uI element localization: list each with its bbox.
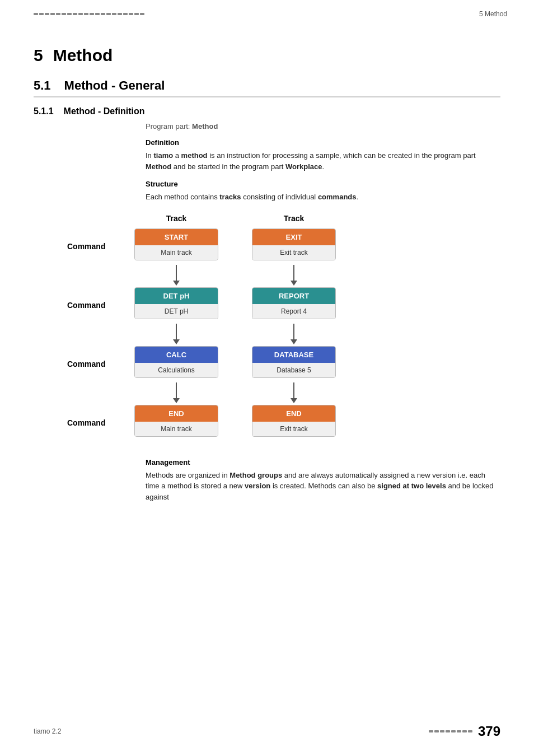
row-label-2: Command xyxy=(67,301,134,310)
diagram-row-1: Command START Main track EXIT Exit track xyxy=(67,228,500,265)
arrow-head-3a xyxy=(173,398,180,403)
footer-page-number: 379 xyxy=(478,724,500,739)
definition-heading: Definition xyxy=(146,138,500,147)
arrow-head-1b xyxy=(291,281,297,286)
cmd-top-end-main: END xyxy=(135,405,218,422)
arrow-down-2a xyxy=(173,324,180,346)
section-heading: 5.1 Method - General xyxy=(34,78,500,97)
row-label-4: Command xyxy=(67,418,134,427)
cmd-block-end-main: END Main track xyxy=(134,405,218,437)
arrow-row-1 xyxy=(134,265,500,287)
arrow-cell-2a xyxy=(134,324,218,346)
arrow-head-2a xyxy=(173,339,180,344)
body-area: Program part: Method Definition In tiamo… xyxy=(146,122,500,203)
row-blocks-4: END Main track END Exit track xyxy=(134,405,336,441)
page: 5 Method 5Method 5.1 Method - General 5.… xyxy=(0,0,534,756)
arrow-down-1a xyxy=(173,265,180,287)
arrow-line-2b xyxy=(293,324,294,339)
cmd-top-exit: EXIT xyxy=(252,229,335,245)
diagram-row-2: Command DET pH DET pH REPORT Report 4 xyxy=(67,287,500,324)
subsection-number: 5.1.1 xyxy=(34,106,54,116)
arrow-down-3b xyxy=(291,382,297,405)
cmd-bottom-report: Report 4 xyxy=(252,304,335,319)
cmd-block-exit: EXIT Exit track xyxy=(252,228,336,260)
cmd-top-report: REPORT xyxy=(252,288,335,304)
cmd-bottom-start: Main track xyxy=(135,245,218,260)
cmd-block-end-exit: END Exit track xyxy=(252,405,336,437)
footer: tiamo 2.2 379 xyxy=(0,724,534,739)
cmd-top-end-exit: END xyxy=(252,405,335,422)
cmd-top-database: DATABASE xyxy=(252,347,335,363)
arrow-down-1b xyxy=(291,265,297,287)
subsection-heading: 5.1.1 Method - Definition xyxy=(34,106,500,116)
arrow-head-3b xyxy=(291,398,297,403)
track-headers-row: Track Track xyxy=(134,214,500,228)
arrow-row-3 xyxy=(134,382,500,405)
cmd-top-det: DET pH xyxy=(135,288,218,304)
arrow-head-2b xyxy=(291,339,297,344)
cmd-bottom-calc: Calculations xyxy=(135,363,218,377)
row-blocks-1: START Main track EXIT Exit track xyxy=(134,228,336,265)
track-header-2: Track xyxy=(252,214,336,223)
footer-app-name: tiamo 2.2 xyxy=(34,727,61,735)
arrow-line-3b xyxy=(293,382,294,398)
track-header-1: Track xyxy=(134,214,218,223)
chapter-heading: 5Method xyxy=(34,46,500,65)
diagram-rows: Command START Main track EXIT Exit track xyxy=(67,228,500,441)
cmd-block-start: START Main track xyxy=(134,228,218,260)
arrow-line-1b xyxy=(293,265,294,281)
cmd-block-database: DATABASE Database 5 xyxy=(252,346,336,378)
cmd-top-start: START xyxy=(135,229,218,245)
management-heading: Management xyxy=(146,458,500,466)
header-decoration xyxy=(34,13,144,15)
row-blocks-3: CALC Calculations DATABASE Database 5 xyxy=(134,346,336,382)
cmd-bottom-det: DET pH xyxy=(135,304,218,319)
cmd-bottom-exit: Exit track xyxy=(252,245,335,260)
arrow-down-3a xyxy=(173,382,180,405)
chapter-title: Method xyxy=(53,46,113,64)
section-title: Method - General xyxy=(64,78,165,93)
management-section: Management Methods are organized in Meth… xyxy=(146,458,500,503)
diagram-row-3: Command CALC Calculations DATABASE Datab… xyxy=(67,346,500,382)
chapter-number: 5 xyxy=(34,46,43,64)
section-number: 5.1 xyxy=(34,78,51,93)
arrow-head-1a xyxy=(173,281,180,286)
row-label-3: Command xyxy=(67,360,134,368)
arrow-cell-1b xyxy=(252,265,336,287)
diagram-container: Track Track Command START Main track EXI… xyxy=(67,214,500,441)
cmd-block-report: REPORT Report 4 xyxy=(252,287,336,319)
program-part-label: Program part: Method xyxy=(146,122,500,130)
row-blocks-2: DET pH DET pH REPORT Report 4 xyxy=(134,287,336,324)
subsection-title: Method - Definition xyxy=(64,106,145,116)
cmd-block-calc: CALC Calculations xyxy=(134,346,218,378)
definition-text: In tiamo a method is an instruction for … xyxy=(146,150,500,172)
header-page-ref: 5 Method xyxy=(479,10,507,18)
cmd-top-calc: CALC xyxy=(135,347,218,363)
footer-right: 379 xyxy=(429,724,500,739)
arrow-row-2 xyxy=(134,324,500,346)
header: 5 Method xyxy=(0,0,534,24)
arrow-line-1a xyxy=(176,265,177,281)
arrow-cell-2b xyxy=(252,324,336,346)
arrow-down-2b xyxy=(291,324,297,346)
arrow-line-3a xyxy=(176,382,177,398)
management-text: Methods are organized in Method groups a… xyxy=(146,470,500,503)
cmd-bottom-end-exit: Exit track xyxy=(252,422,335,436)
content: 5Method 5.1 Method - General 5.1.1 Metho… xyxy=(0,24,534,530)
cmd-block-det: DET pH DET pH xyxy=(134,287,218,319)
arrow-cell-3a xyxy=(134,382,218,405)
cmd-bottom-database: Database 5 xyxy=(252,363,335,377)
arrow-line-2a xyxy=(176,324,177,339)
structure-text: Each method contains tracks consisting o… xyxy=(146,192,500,203)
row-label-1: Command xyxy=(67,242,134,251)
footer-decoration xyxy=(429,730,472,732)
diagram-row-4: Command END Main track END Exit track xyxy=(67,405,500,441)
arrow-cell-3b xyxy=(252,382,336,405)
cmd-bottom-end-main: Main track xyxy=(135,422,218,436)
arrow-cell-1a xyxy=(134,265,218,287)
structure-heading: Structure xyxy=(146,180,500,188)
